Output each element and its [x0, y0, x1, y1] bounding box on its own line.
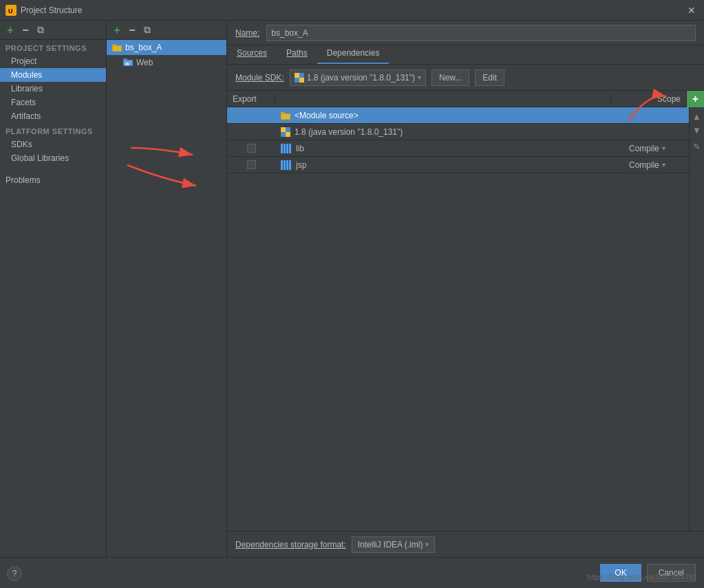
- module-source-icon: [281, 111, 290, 120]
- scope-cell-3: Compile ▾: [595, 160, 671, 170]
- svg-rect-12: [299, 78, 304, 83]
- svg-rect-14: [281, 112, 285, 114]
- move-up-btn[interactable]: ▲: [691, 110, 703, 122]
- nav-modules[interactable]: Modules: [0, 68, 106, 82]
- nav-sdks[interactable]: SDKs: [0, 138, 106, 151]
- storage-bar: Dependencies storage format: IntelliJ ID…: [227, 531, 704, 557]
- module-add-btn[interactable]: +: [111, 24, 123, 36]
- scope-header: Scope: [610, 94, 686, 104]
- svg-text:U: U: [8, 8, 13, 14]
- tree-item-web-label: Web: [136, 58, 153, 67]
- svg-rect-16: [281, 127, 286, 132]
- move-down-btn[interactable]: ▼: [691, 124, 703, 136]
- svg-rect-3: [112, 44, 116, 46]
- nav-problems[interactable]: Problems: [0, 173, 106, 187]
- sdk-value: 1.8 (java version "1.8.0_131"): [307, 73, 415, 83]
- nav-libraries[interactable]: Libraries: [0, 82, 106, 96]
- name-label: Name:: [235, 28, 259, 38]
- storage-format-selector[interactable]: IntelliJ IDEA (.iml) ▾: [352, 536, 436, 553]
- name-bar: Name:: [227, 21, 704, 45]
- export-checkbox-lib[interactable]: [247, 144, 256, 153]
- export-header: Export: [227, 94, 275, 104]
- svg-text:W: W: [125, 62, 129, 66]
- svg-rect-10: [299, 73, 304, 78]
- tree-item-web[interactable]: W Web: [107, 55, 226, 70]
- module-remove-btn[interactable]: −: [126, 24, 138, 36]
- sdk-bar: Module SDK: 1.8 (java version "1.8.0_131…: [227, 65, 704, 91]
- tabs-bar: Sources Paths Dependencies: [227, 45, 704, 65]
- svg-rect-24: [281, 160, 283, 170]
- svg-rect-26: [286, 160, 288, 170]
- dep-row-lib[interactable]: lib Compile ▾: [227, 140, 689, 157]
- tab-paths[interactable]: Paths: [277, 45, 317, 64]
- name-cell-2: lib: [275, 144, 595, 153]
- sdk-selector[interactable]: 1.8 (java version "1.8.0_131") ▾: [290, 69, 426, 86]
- app-icon: U: [6, 5, 17, 16]
- sdk-new-btn[interactable]: New...: [431, 69, 469, 86]
- export-checkbox-jsp[interactable]: [247, 160, 256, 169]
- svg-rect-9: [295, 73, 299, 78]
- svg-rect-21: [284, 144, 286, 153]
- sidebar-top-toolbar: + − ⧉: [0, 21, 106, 40]
- export-cell-3[interactable]: [227, 160, 275, 169]
- deps-list: <Module source>: [227, 107, 689, 531]
- svg-rect-27: [289, 160, 291, 170]
- scope-cell-2: Compile ▾: [595, 144, 671, 153]
- tab-dependencies[interactable]: Dependencies: [317, 45, 390, 64]
- deps-add-btn[interactable]: +: [686, 91, 704, 107]
- dep-row-jsp[interactable]: jsp Compile ▾: [227, 157, 689, 173]
- svg-rect-18: [281, 132, 286, 137]
- jsp-icon: [281, 160, 292, 170]
- folder-icon: [112, 43, 122, 52]
- content-area: Name: Sources Paths Dependencies Module …: [227, 21, 704, 557]
- svg-rect-4: [113, 46, 121, 51]
- watermark: https://blog.csdn.net1097304791: [587, 573, 697, 581]
- nav-facets[interactable]: Facets: [0, 96, 106, 109]
- svg-rect-22: [286, 144, 288, 153]
- edit-btn[interactable]: ✎: [691, 140, 703, 153]
- svg-rect-19: [286, 132, 290, 137]
- web-folder-icon: W: [123, 58, 133, 67]
- scope-dropdown-lib[interactable]: ▾: [662, 144, 665, 152]
- dep-row-module-source[interactable]: <Module source>: [227, 107, 689, 124]
- deps-table: Export Scope +: [227, 91, 704, 531]
- tree-item-label: bs_box_A: [125, 43, 162, 52]
- deps-header: Export Scope +: [227, 91, 704, 107]
- storage-arrow: ▾: [425, 541, 429, 548]
- lib-icon: [281, 144, 292, 153]
- sidebar-copy-btn[interactable]: ⧉: [34, 24, 47, 36]
- deps-body: <Module source>: [227, 107, 704, 531]
- module-copy-btn[interactable]: ⧉: [141, 24, 153, 36]
- tab-sources[interactable]: Sources: [227, 45, 277, 64]
- nav-project[interactable]: Project: [0, 54, 106, 68]
- svg-rect-25: [284, 160, 286, 170]
- export-cell-2[interactable]: [227, 144, 275, 153]
- tree-item-bs_box_a[interactable]: bs_box_A: [107, 40, 226, 55]
- scope-dropdown-jsp[interactable]: ▾: [662, 161, 665, 168]
- sidebar-add-btn[interactable]: +: [4, 24, 17, 36]
- close-button[interactable]: ✕: [685, 3, 698, 17]
- name-cell-3: jsp: [275, 160, 595, 170]
- jdk-icon: [281, 127, 290, 137]
- dep-row-jdk[interactable]: 1.8 (java version "1.8.0_131"): [227, 124, 689, 140]
- svg-rect-17: [286, 127, 290, 132]
- window-title: Project Structure: [21, 6, 82, 15]
- name-cell-0: <Module source>: [275, 111, 595, 120]
- title-bar: U Project Structure ✕: [0, 0, 704, 21]
- sidebar-remove-btn[interactable]: −: [19, 24, 32, 36]
- svg-rect-6: [123, 58, 127, 61]
- nav-global-libraries[interactable]: Global Libraries: [0, 151, 106, 165]
- svg-rect-11: [295, 78, 299, 83]
- module-tree-toolbar: + − ⧉: [107, 21, 226, 40]
- module-tree-panel: + − ⧉ bs_box_A W Web: [107, 21, 227, 557]
- sidebar: + − ⧉ Project Settings Project Modules L…: [0, 21, 107, 557]
- help-button[interactable]: ?: [7, 566, 22, 581]
- svg-rect-23: [289, 144, 291, 153]
- module-name-input[interactable]: [266, 25, 696, 41]
- platform-settings-header: Platform Settings: [0, 123, 106, 138]
- side-actions: ▲ ▼ ✎: [689, 107, 704, 531]
- sdk-icon: [295, 73, 304, 83]
- nav-artifacts[interactable]: Artifacts: [0, 109, 106, 123]
- name-cell-1: 1.8 (java version "1.8.0_131"): [275, 127, 595, 137]
- sdk-edit-btn[interactable]: Edit: [475, 69, 504, 86]
